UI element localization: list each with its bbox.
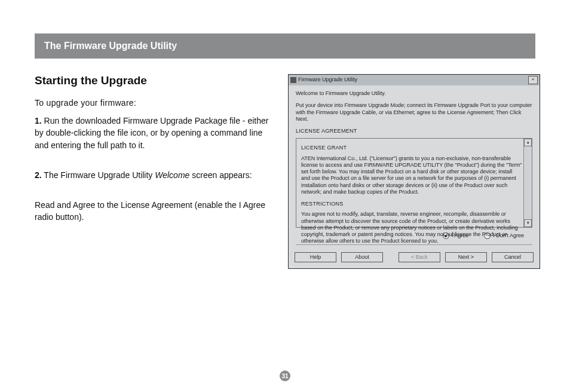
- license-agreement-heading: LICENSE AGREEMENT: [296, 128, 532, 134]
- intro-text: To upgrade your firmware:: [35, 98, 274, 108]
- step-1: 1. Run the downloaded Firmware Upgrade P…: [35, 115, 274, 151]
- app-icon: [290, 77, 296, 83]
- cancel-button[interactable]: Cancel: [492, 252, 534, 262]
- page-number: 31: [280, 370, 290, 381]
- step-1-text: Run the downloaded Firmware Upgrade Pack…: [35, 116, 268, 150]
- restrictions-heading: RESTRICTIONS: [301, 201, 522, 207]
- back-button[interactable]: < Back: [399, 252, 440, 262]
- help-button[interactable]: Help: [295, 252, 336, 262]
- instruction-column: Starting the Upgrade To upgrade your fir…: [35, 74, 274, 223]
- close-icon[interactable]: ×: [528, 76, 538, 84]
- license-grant-heading: LICENSE GRANT: [301, 145, 522, 151]
- license-grant-text: ATEN International Co., Ltd. ("Licensor"…: [301, 155, 522, 196]
- dialog-titlebar: Firmware Upgrade Utility ×: [289, 75, 540, 85]
- firmware-dialog: Firmware Upgrade Utility × Welcome to Fi…: [288, 74, 540, 269]
- scroll-up-icon[interactable]: ▴: [524, 139, 532, 146]
- scroll-down-icon[interactable]: ▾: [524, 219, 532, 227]
- restrictions-text: You agree not to modify, adapt, translat…: [301, 211, 522, 244]
- next-button[interactable]: Next >: [445, 252, 487, 262]
- about-button[interactable]: About: [341, 252, 383, 262]
- dialog-instruction: Put your device into Firmware Upgrade Mo…: [296, 102, 532, 122]
- step-2-number: 2.: [35, 170, 42, 180]
- scrollbar[interactable]: ▴ ▾: [523, 139, 532, 227]
- section-title: Starting the Upgrade: [35, 74, 274, 87]
- step-2: 2. The Firmware Upgrade Utility Welcome …: [35, 169, 274, 181]
- step-2-ital: Welcome: [155, 170, 189, 180]
- step-2-sub: Read and Agree to the License Agreement …: [35, 199, 274, 223]
- step-2-pre: The Firmware Upgrade Utility: [42, 170, 155, 180]
- license-textbox: LICENSE GRANT ATEN International Co., Lt…: [296, 138, 532, 228]
- dialog-title-text: Firmware Upgrade Utility: [298, 76, 357, 83]
- step-2-sub-pre: Read and: [35, 200, 73, 210]
- step-1-number: 1.: [35, 116, 42, 125]
- step-2-sub-ital: Agree: [73, 200, 95, 210]
- step-2-post: screen appears:: [189, 170, 252, 180]
- dialog-welcome: Welcome to Firmware Upgrade Utility.: [296, 90, 532, 97]
- chapter-header: The Firmware Upgrade Utility: [35, 33, 535, 59]
